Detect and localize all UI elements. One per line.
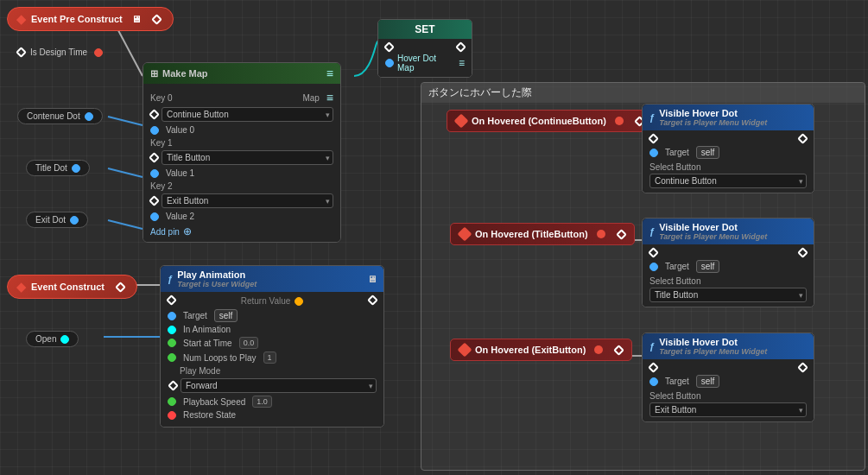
- event-construct-exec-out: [115, 282, 126, 293]
- make-map-header: ⊞ Make Map ≡: [143, 63, 340, 84]
- on-hovered-exit-label: On Hovered (ExitButton): [475, 345, 586, 355]
- bool-pin: [94, 48, 103, 57]
- vh3-select[interactable]: Exit Button Continue Button Title Button: [649, 402, 807, 417]
- play-mode-select-row[interactable]: Forward Reverse Ping Pong: [169, 378, 377, 393]
- key0-select-row[interactable]: Continue Button Title Button Exit Button: [150, 107, 333, 122]
- key2-select-row[interactable]: Exit Button Continue Button Title Button: [150, 193, 333, 208]
- play-mode-label: Play Mode: [180, 366, 220, 376]
- play-anim-title: Play Animation: [177, 269, 257, 280]
- is-design-time-label: Is Design Time: [30, 48, 87, 57]
- val1-row: Value 1: [150, 168, 333, 178]
- return-val-label: Return Value: [241, 296, 291, 306]
- exec-row-anim: Return Value: [168, 296, 377, 306]
- start-time-value: 0.0: [239, 337, 259, 349]
- vh2-self: self: [696, 260, 720, 273]
- key0-row: Key 0 Map ≡: [150, 91, 333, 104]
- hover-dot-list-icon: ≡: [459, 57, 465, 69]
- vh3-subtitle: Target is Player Menu Widget: [659, 347, 767, 356]
- add-pin-label[interactable]: Add pin: [150, 227, 180, 237]
- vh3-exec-out: [797, 362, 808, 373]
- event-construct-icon: ◆: [16, 280, 26, 294]
- event-construct-node: ◆ Event Construct: [7, 275, 137, 299]
- play-anim-subtitle: Target is User Widget: [177, 280, 257, 288]
- vh3-func-icon: ƒ: [649, 341, 655, 352]
- target-row-anim: Target self: [168, 309, 377, 322]
- playback-label: Playback Speed: [183, 397, 245, 407]
- contenue-dot-label: Contenue Dot: [27, 111, 80, 121]
- key0-label: Key 0: [150, 93, 173, 103]
- open-label: Open: [35, 334, 56, 344]
- make-map-body: Key 0 Map ≡ Continue Button Title Button…: [143, 84, 340, 242]
- vh3-target-row: Target self: [649, 375, 807, 388]
- val0-label: Value 0: [166, 125, 194, 135]
- red-diamond-icon: [454, 114, 469, 129]
- key2-select[interactable]: Exit Button Continue Button Title Button: [162, 193, 333, 208]
- vh3-title: Visible Hover Dot: [659, 337, 767, 347]
- monitor-icon: 🖥: [367, 274, 377, 284]
- set-exec-in: [383, 41, 395, 53]
- start-time-label: Start at Time: [183, 339, 232, 348]
- restore-state-row: Restore State: [168, 410, 377, 420]
- vh3-select-wrapper[interactable]: Exit Button Continue Button Title Button: [649, 402, 807, 417]
- vh1-select[interactable]: Continue Button Title Button Exit Button: [649, 174, 807, 188]
- vh2-select-wrapper[interactable]: Title Button Continue Button Exit Button: [649, 288, 807, 302]
- red-diamond-icon3: [458, 343, 472, 358]
- anim-exec-in: [166, 294, 177, 306]
- hover-dot-label: Hover Dot Map: [397, 54, 455, 73]
- hover-dot-row: Hover Dot Map ≡: [385, 54, 465, 73]
- start-time-row: Start at Time 0.0: [168, 337, 377, 349]
- target-pin-anim: [168, 312, 176, 320]
- vh3-select-label: Select Button: [649, 391, 807, 401]
- vh2-exec-in: [648, 247, 659, 258]
- play-mode-label-row: Play Mode: [168, 366, 377, 376]
- vh2-target-pin: [649, 263, 658, 271]
- red-dot-icon2: [597, 230, 605, 238]
- num-loops-label: Num Loops to Play: [183, 353, 257, 363]
- exec-in-pin: [16, 47, 27, 58]
- start-time-pin: [168, 339, 176, 347]
- set-exec-row: [385, 43, 465, 51]
- set-node: SET Hover Dot Map ≡: [377, 19, 472, 78]
- play-mode-select[interactable]: Forward Reverse Ping Pong: [181, 378, 377, 393]
- add-pin-row[interactable]: Add pin ⊕: [150, 225, 333, 238]
- exit-dot-label: Exit Dot: [35, 215, 66, 225]
- play-anim-header: ƒ Play Animation Target is User Widget 🖥: [161, 266, 383, 292]
- visible-hover-1-node: ƒ Visible Hover Dot Target is Player Men…: [642, 104, 814, 193]
- target-label-anim: Target: [183, 311, 207, 320]
- vh2-target-row: Target self: [649, 260, 807, 273]
- key1-select-row[interactable]: Title Button Continue Button Exit Button: [150, 150, 333, 165]
- vh3-self: self: [696, 375, 720, 388]
- val1-label: Value 1: [166, 168, 194, 178]
- playback-speed-row: Playback Speed 1.0: [168, 396, 377, 408]
- vh1-body: Target self Select Button Continue Butto…: [643, 130, 814, 193]
- key1-exec-pin: [149, 152, 160, 163]
- vh1-select-wrapper[interactable]: Continue Button Title Button Exit Button: [649, 174, 807, 188]
- red-dot-icon: [615, 117, 624, 125]
- on-hovered-continue-node: On Hovered (ContinueButton): [447, 110, 653, 132]
- key2-row: Key 2: [150, 181, 333, 191]
- play-animation-node: ƒ Play Animation Target is User Widget 🖥…: [160, 265, 384, 428]
- title-dot-label: Title Dot: [35, 163, 67, 173]
- exec-out-pin: [151, 14, 162, 25]
- vh2-select[interactable]: Title Button Continue Button Exit Button: [649, 288, 807, 302]
- vh2-target-label: Target: [665, 262, 689, 271]
- vh2-title: Visible Hover Dot: [659, 222, 767, 232]
- key1-label: Key 1: [150, 138, 173, 148]
- set-title: SET: [415, 23, 434, 35]
- key0-exec-pin: [149, 109, 160, 120]
- hover-dot-pin: [385, 59, 394, 67]
- key0-select[interactable]: Continue Button Title Button Exit Button: [162, 107, 333, 122]
- add-pin-icon[interactable]: ⊕: [183, 225, 192, 238]
- visible-hover-2-node: ƒ Visible Hover Dot Target is Player Men…: [642, 218, 814, 307]
- key1-select[interactable]: Title Button Continue Button Exit Button: [162, 150, 333, 165]
- play-mode-exec-pin: [168, 380, 179, 391]
- vh1-target-pin: [649, 149, 658, 157]
- vh3-body: Target self Select Button Exit Button Co…: [643, 359, 814, 421]
- in-anim-pin: [168, 326, 176, 334]
- val0-pin: [150, 126, 159, 135]
- contenue-dot-row: Contenue Dot: [17, 108, 103, 124]
- play-mode-group: Play Mode Forward Reverse Ping Pong: [168, 366, 377, 393]
- vh3-exec-in: [648, 362, 659, 373]
- vh1-target-label: Target: [665, 148, 689, 157]
- make-map-title: Make Map: [162, 68, 208, 79]
